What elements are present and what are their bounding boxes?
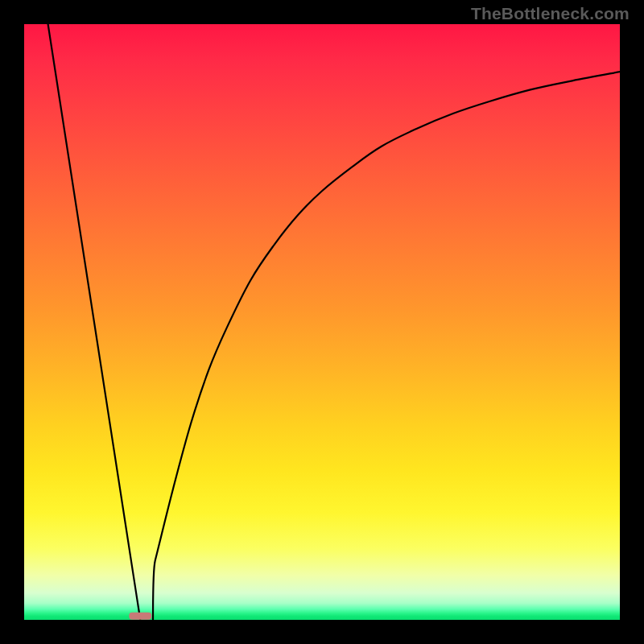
attribution-text: TheBottleneck.com xyxy=(471,4,630,23)
chart-frame: TheBottleneck.com xyxy=(0,0,644,644)
plot-area xyxy=(24,24,620,620)
bottleneck-curve xyxy=(48,24,620,620)
curve-layer xyxy=(24,24,620,620)
optimal-point-marker xyxy=(129,613,151,620)
